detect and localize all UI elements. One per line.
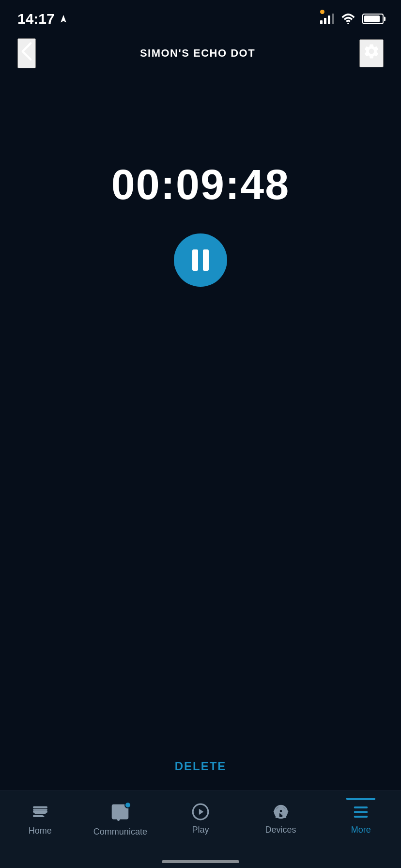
nav-item-more[interactable]: More <box>321 799 401 835</box>
svg-rect-11 <box>354 811 368 813</box>
nav-label-play: Play <box>192 825 209 835</box>
more-icon <box>351 803 371 821</box>
timer-display: 00:09:48 <box>111 160 290 209</box>
devices-icon-2 <box>271 803 291 821</box>
location-icon <box>59 14 68 24</box>
svg-rect-10 <box>354 806 368 808</box>
pause-bar-right <box>203 249 209 271</box>
pause-bar-left <box>192 249 198 271</box>
bottom-nav: Home Communicate Play Devic <box>0 790 401 868</box>
delete-button[interactable]: DELETE <box>155 752 246 781</box>
status-time: 14:17 <box>17 11 68 27</box>
home-indicator <box>162 860 239 863</box>
communicate-icon-container <box>110 803 130 823</box>
battery-icon <box>362 14 384 24</box>
nav-item-communicate[interactable]: Communicate <box>80 799 161 837</box>
time-display: 14:17 <box>17 11 55 27</box>
status-bar: 14:17 <box>0 0 401 34</box>
nav-label-home: Home <box>29 826 52 836</box>
home-icon <box>31 803 50 820</box>
status-icons <box>320 14 384 24</box>
svg-rect-4 <box>33 806 47 809</box>
delete-section: DELETE <box>0 752 401 781</box>
page-title: SIMON'S ECHO DOT <box>140 47 255 60</box>
header: SIMON'S ECHO DOT <box>0 34 401 73</box>
back-button[interactable] <box>17 38 36 68</box>
svg-point-0 <box>347 23 349 24</box>
signal-bars <box>320 14 334 24</box>
pause-icon <box>192 249 209 271</box>
svg-point-9 <box>279 810 282 812</box>
svg-rect-5 <box>33 811 47 813</box>
main-content: 00:09:48 <box>0 73 401 287</box>
pause-button[interactable] <box>174 233 227 287</box>
svg-rect-6 <box>33 815 43 818</box>
settings-button[interactable] <box>359 39 384 67</box>
gear-icon <box>363 43 380 60</box>
svg-rect-12 <box>354 816 368 818</box>
nav-label-devices: Devices <box>265 825 296 835</box>
active-indicator <box>346 798 375 800</box>
play-icon <box>190 803 211 821</box>
signal-dot <box>320 10 324 14</box>
nav-label-more: More <box>351 825 371 835</box>
nav-item-devices[interactable]: Devices <box>241 799 321 835</box>
nav-label-communicate: Communicate <box>93 827 147 837</box>
wifi-icon <box>341 14 355 24</box>
nav-item-play[interactable]: Play <box>160 799 241 835</box>
nav-item-home[interactable]: Home <box>0 799 80 836</box>
